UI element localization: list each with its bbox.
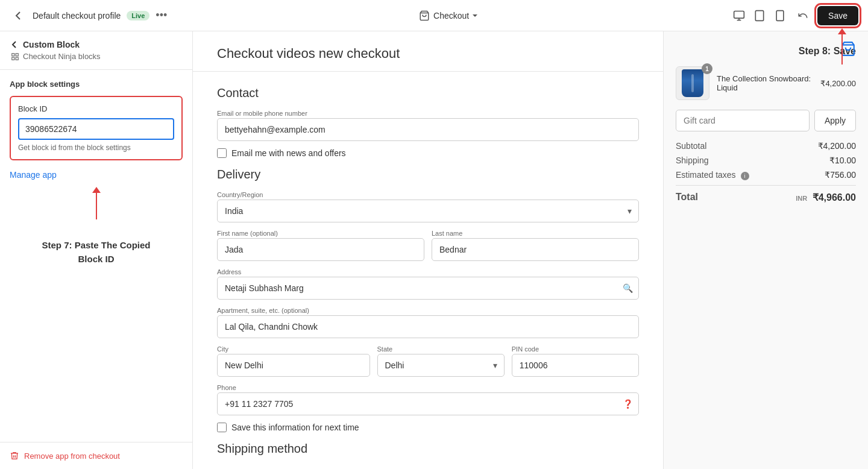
svg-rect-6 [776,10,784,20]
shipping-row: Shipping ₹10.00 [676,156,856,165]
apply-button[interactable]: Apply [814,110,856,131]
topbar-left: Default checkout profile Live ••• [10,7,167,24]
block-icon [11,52,19,61]
block-id-label: Block ID [18,104,174,113]
state-select[interactable]: Delhi [377,354,505,377]
email-group: Email or mobile phone number [217,110,639,141]
contact-heading: Contact [217,86,639,100]
email-opt-in-checkbox[interactable] [217,148,227,158]
email-opt-in-label: Email me with news and offers [231,148,346,158]
shipping-value: ₹10.00 [829,156,856,165]
product-row: 1 The Collection Snowboard: Liquid ₹4,20… [676,66,856,100]
address-input-wrapper: 🔍 [217,277,639,300]
apt-group: Apartment, suite, etc. (optional) [217,307,639,338]
block-id-arrow [10,187,183,219]
phone-group: Phone ❓ [217,384,639,415]
city-label: City [217,345,370,353]
first-name-label: First name (optional) [217,230,424,237]
gift-card-input[interactable] [676,110,810,131]
email-label: Email or mobile phone number [217,110,639,117]
total-label: Total [676,192,698,203]
live-badge: Live [127,11,149,20]
phone-input[interactable] [217,392,639,415]
product-name: The Collection Snowboard: Liquid [717,74,813,92]
sidebar-content: App block settings Block ID Get block id… [0,70,192,442]
address-group: Address 🔍 [217,268,639,300]
svg-rect-4 [755,10,763,20]
email-input[interactable] [217,118,639,141]
help-icon: ❓ [623,399,633,409]
product-quantity-badge: 1 [702,63,712,74]
state-group: State Delhi [377,345,505,377]
product-info: The Collection Snowboard: Liquid [717,74,813,92]
topbar-right: Save [731,6,858,25]
total-value: INR ₹4,966.00 [796,192,856,203]
shipping-label: Shipping [676,156,709,165]
name-row: First name (optional) Last name [217,230,639,268]
checkout-label[interactable]: Checkout [433,11,479,20]
taxes-info-icon[interactable]: i [741,172,749,180]
remove-app-button[interactable]: Remove app from checkout [0,442,192,469]
country-select-wrapper: India [217,200,639,222]
pin-group: PIN code [512,345,639,377]
pin-label: PIN code [512,345,639,353]
topbar-center: Checkout [419,10,479,21]
svg-rect-1 [734,11,744,18]
checkout-title: Checkout videos new checkout [193,31,663,72]
apt-input[interactable] [217,315,639,338]
svg-rect-9 [16,53,18,55]
back-icon[interactable] [10,7,27,24]
city-input[interactable] [217,354,370,377]
email-opt-in-row: Email me with news and offers [217,148,639,158]
search-icon: 🔍 [623,283,633,293]
email-input-wrapper: Email or mobile phone number [217,110,639,141]
country-label: Country/Region [217,191,639,198]
subtotal-label: Subtotal [676,141,706,151]
total-row: Total INR ₹4,966.00 [676,185,856,203]
more-menu-button[interactable]: ••• [156,9,167,22]
back-chevron-icon [10,40,19,49]
last-name-label: Last name [432,230,639,237]
gift-card-row: Apply [676,110,856,131]
cart-icon [419,10,430,21]
desktop-icon[interactable] [731,7,747,24]
product-price: ₹4,200.00 [820,79,856,88]
tablet-icon[interactable] [751,7,768,24]
mobile-icon[interactable] [772,7,788,24]
manage-app-link[interactable]: Manage app [10,170,57,180]
product-image: 1 [676,66,709,100]
state-select-wrapper: Delhi [377,354,505,377]
sidebar: Custom Block Checkout Ninja blocks App b… [0,31,193,469]
sidebar-subtitle: Checkout Ninja blocks [10,52,183,61]
taxes-row: Estimated taxes i ₹756.00 [676,170,856,180]
sidebar-back-button[interactable]: Custom Block [10,40,183,49]
last-name-input[interactable] [432,238,639,261]
state-label: State [377,345,505,353]
country-group: Country/Region India [217,191,639,222]
delivery-heading: Delivery [217,168,639,181]
save-area: Save [817,6,858,25]
svg-rect-10 [12,57,14,60]
save-info-checkbox[interactable] [217,423,227,432]
topbar: Default checkout profile Live ••• Checko… [0,0,868,31]
svg-rect-11 [16,57,18,60]
save-button[interactable]: Save [817,6,858,25]
taxes-value: ₹756.00 [825,170,856,180]
country-select[interactable]: India [217,200,639,222]
block-id-input[interactable] [18,118,174,140]
pin-input[interactable] [512,354,639,377]
trash-icon [10,451,19,461]
last-name-group: Last name [432,230,639,261]
subtotal-value: ₹4,200.00 [818,141,857,151]
checkout-preview: Checkout videos new checkout Contact Ema… [193,31,663,469]
app-block-settings-title: App block settings [10,80,183,89]
phone-input-wrapper: ❓ [217,392,639,415]
profile-name: Default checkout profile [33,11,121,20]
address-input[interactable] [217,277,639,300]
undo-button[interactable] [794,7,811,24]
save-arrow [838,28,846,65]
save-info-label: Save this information for next time [231,423,359,432]
apt-label: Apartment, suite, etc. (optional) [217,307,639,314]
first-name-input[interactable] [217,238,424,261]
step-save-label: Step 8: Save [676,46,856,57]
